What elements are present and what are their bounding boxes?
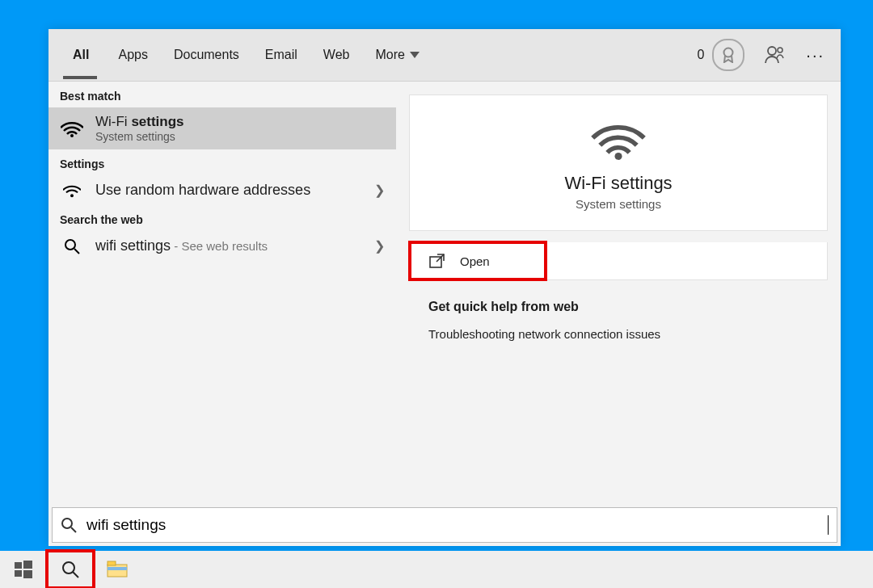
search-box[interactable] <box>52 507 837 543</box>
result-wifi-settings[interactable]: Wi-Fi settings System settings <box>48 107 396 149</box>
tab-email[interactable]: Email <box>252 29 310 81</box>
details-right-pane: Wi-Fi settings System settings Open Get … <box>396 82 841 510</box>
person-icon <box>764 44 785 65</box>
svg-point-7 <box>614 153 622 160</box>
svg-rect-20 <box>108 567 127 570</box>
result-random-hardware[interactable]: Use random hardware addresses ❯ <box>48 175 396 205</box>
web-result-text: wifi settings <box>95 237 171 254</box>
rewards-count: 0 <box>697 48 704 62</box>
taskbar-search-button[interactable] <box>47 551 94 588</box>
quick-help-section: Get quick help from web Troubleshooting … <box>409 280 828 347</box>
windows-icon <box>15 561 32 578</box>
help-link-troubleshoot[interactable]: Troubleshooting network connection issue… <box>428 327 808 341</box>
svg-point-10 <box>62 519 72 528</box>
open-button[interactable]: Open <box>410 242 546 279</box>
search-icon <box>61 561 79 578</box>
svg-rect-15 <box>23 570 32 578</box>
results-left-pane: Best match Wi-Fi settings System setting… <box>48 82 396 510</box>
svg-line-9 <box>436 254 444 262</box>
svg-line-17 <box>73 572 78 578</box>
wifi-large-icon <box>590 120 647 160</box>
section-web: Search the web <box>48 205 396 231</box>
tab-apps[interactable]: Apps <box>105 29 160 81</box>
windows-search-panel: All Apps Documents Email Web More 0 ··· … <box>48 29 841 546</box>
details-card: Wi-Fi settings System settings <box>409 94 828 231</box>
section-best-match: Best match <box>48 82 396 107</box>
tab-documents[interactable]: Documents <box>161 29 252 81</box>
chevron-right-icon: ❯ <box>374 183 385 198</box>
taskbar <box>0 551 873 588</box>
file-explorer-icon <box>107 561 128 578</box>
svg-point-0 <box>724 48 733 57</box>
svg-point-3 <box>70 134 74 137</box>
dropdown-icon <box>410 52 420 58</box>
rewards-button[interactable]: 0 <box>697 39 749 71</box>
search-icon <box>60 238 84 254</box>
web-result-sub: - See web results <box>171 239 268 253</box>
result-title-prefix: Wi-Fi <box>95 114 131 129</box>
svg-point-2 <box>778 48 782 52</box>
open-label: Open <box>460 254 490 268</box>
quick-help-header: Get quick help from web <box>428 300 808 314</box>
tab-all[interactable]: All <box>48 29 105 81</box>
options-button[interactable]: ··· <box>799 46 841 65</box>
rewards-badge-icon <box>712 39 744 71</box>
svg-point-4 <box>70 194 74 197</box>
result-title: Use random hardware addresses <box>95 182 310 199</box>
result-web-search[interactable]: wifi settings - See web results ❯ <box>48 231 396 261</box>
svg-rect-18 <box>108 565 127 577</box>
open-icon <box>429 254 445 268</box>
result-title-bold: settings <box>131 114 183 129</box>
taskbar-explorer-button[interactable] <box>94 551 141 588</box>
svg-point-16 <box>63 562 74 573</box>
svg-line-11 <box>71 527 76 532</box>
details-title: Wi-Fi settings <box>426 173 811 194</box>
start-button[interactable] <box>0 551 47 588</box>
svg-point-5 <box>65 240 75 250</box>
result-subtitle: System settings <box>95 130 184 143</box>
details-subtitle: System settings <box>426 197 811 211</box>
svg-rect-19 <box>108 561 116 565</box>
search-tabs: All Apps Documents Email Web More 0 ··· <box>48 29 841 82</box>
section-settings: Settings <box>48 149 396 175</box>
account-button[interactable] <box>749 44 799 65</box>
svg-point-1 <box>768 47 776 55</box>
svg-rect-14 <box>15 570 22 577</box>
tab-web[interactable]: Web <box>310 29 363 81</box>
tab-more[interactable]: More <box>362 29 432 81</box>
search-input[interactable] <box>85 515 828 535</box>
wifi-icon <box>60 183 84 198</box>
svg-rect-13 <box>23 561 32 569</box>
search-icon <box>61 517 77 533</box>
wifi-icon <box>60 120 84 137</box>
svg-line-6 <box>74 249 79 254</box>
text-caret <box>828 515 829 535</box>
svg-rect-12 <box>15 562 22 569</box>
chevron-right-icon: ❯ <box>374 238 385 254</box>
